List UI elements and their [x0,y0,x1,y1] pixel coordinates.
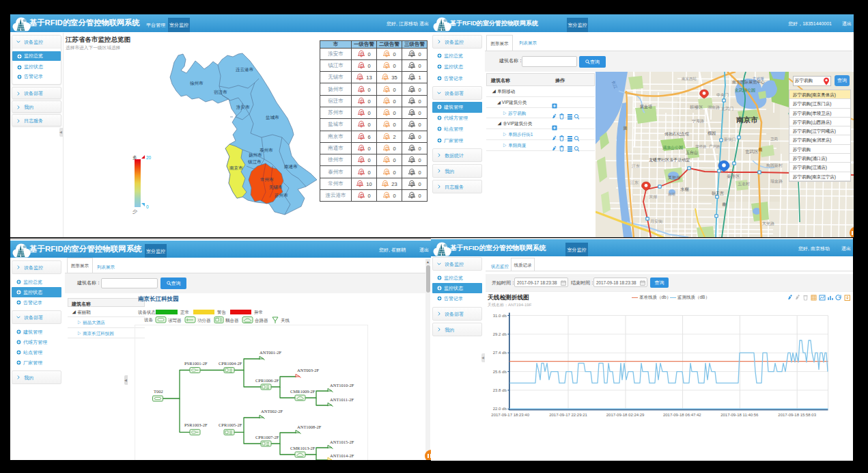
svg-text:莫愁湖: 莫愁湖 [668,176,680,180]
svg-text:2017-09-18 02:24:29: 2017-09-18 02:24:29 [606,413,645,417]
svg-text:紫金塔: 紫金塔 [639,104,652,109]
svg-text:CMR1009-2F: CMR1009-2F [290,389,316,394]
svg-text:2017-09-18 15:58:03: 2017-09-18 15:58:03 [778,413,816,417]
svg-text:江东: 江东 [630,180,639,185]
svg-text:南京西站: 南京西站 [682,77,697,81]
svg-text:读写器: 读写器 [168,318,182,323]
svg-text:CPR1006-2F: CPR1006-2F [255,378,279,383]
svg-text:天线: 天线 [281,318,290,323]
svg-text:22.0 db: 22.0 db [493,407,507,411]
svg-text:大光路: 大光路 [762,221,774,226]
svg-text:滨湖: 滨湖 [649,194,657,199]
svg-text:ANT1014-2F: ANT1014-2F [330,453,354,458]
svg-text:2017-09-17 22:29:21: 2017-09-17 22:29:21 [549,413,587,417]
svg-text:27.4 db: 27.4 db [493,351,507,355]
svg-text:25.6 db: 25.6 db [493,370,507,374]
svg-text:龙蟠里社区亲子活动室: 龙蟠里社区亲子活动室 [649,157,690,163]
svg-text:广州路: 广州路 [709,144,720,148]
svg-text:华侨路: 华侨路 [695,144,707,148]
svg-text:卫岗: 卫岗 [770,137,778,141]
svg-text:水榭: 水榭 [680,187,690,191]
svg-text:南通市: 南通市 [284,164,298,169]
svg-text:梅园新村: 梅园新村 [766,163,783,168]
svg-text:CPR1004-2F: CPR1004-2F [219,361,242,366]
svg-text:宿迁市: 宿迁市 [214,90,227,95]
svg-text:南京市: 南京市 [736,116,758,124]
svg-text:连云港市: 连云港市 [236,67,254,72]
svg-text:朝天宫: 朝天宫 [712,191,724,196]
svg-text:鼓楼区: 鼓楼区 [690,105,703,109]
svg-text:瑞金路: 瑞金路 [770,179,783,184]
svg-text:T002: T002 [154,389,163,394]
svg-text:ANT003-2F: ANT003-2F [297,368,320,373]
svg-text:2017-09-17 18:23:40: 2017-09-17 18:23:40 [491,413,529,417]
svg-text:宁海路: 宁海路 [692,118,704,124]
svg-text:玄武湖: 玄武湖 [753,77,764,81]
svg-text:徐州市: 徐州市 [190,81,204,86]
svg-text:榴园: 榴园 [708,131,716,136]
svg-text:淮安市: 淮安市 [236,105,250,110]
svg-text:五台山: 五台山 [686,150,698,155]
svg-text:ANT001-2F: ANT001-2F [260,350,282,355]
svg-text:玄武湖公园: 玄武湖公园 [735,87,755,93]
svg-text:ANT1010-2F: ANT1010-2F [330,383,354,388]
svg-text:玄武区: 玄武区 [745,149,759,154]
svg-text:无锡市: 无锡市 [269,185,283,190]
svg-text:苏州市: 苏州市 [274,193,288,198]
svg-text:功分器: 功分器 [197,318,211,323]
svg-text:镇江市: 镇江市 [247,159,262,165]
svg-text:ANT1015-2F: ANT1015-2F [330,440,354,444]
svg-text:CMR1013-2F: CMR1013-2F [290,446,316,450]
svg-text:清凉山公园: 清凉山公园 [662,145,683,150]
svg-text:合路器: 合路器 [255,318,268,323]
svg-text:玄武门: 玄武门 [721,106,733,111]
svg-text:23.8 db: 23.8 db [493,388,507,392]
svg-text:南京市: 南京市 [229,165,243,170]
svg-text:ANT1011-2F: ANT1011-2F [330,397,354,402]
svg-text:CPR1005-2F: CPR1005-2F [219,422,242,427]
svg-text:耦合器: 耦合器 [225,318,239,323]
svg-text:CPR1007-2F: CPR1007-2F [255,435,279,440]
svg-text:秦淮区: 秦淮区 [727,174,740,179]
svg-text:PSR1001-2F: PSR1001-2F [184,361,208,366]
svg-text:PSR1003-2F: PSR1003-2F [184,422,208,427]
svg-text:31.0 db: 31.0 db [493,314,507,318]
svg-text:常州市: 常州市 [260,177,274,182]
svg-text:2017-09-18 11:40:56: 2017-09-18 11:40:56 [720,413,759,417]
svg-text:新街口: 新街口 [724,137,736,142]
svg-text:南湖: 南湖 [668,192,675,196]
svg-text:傅抱石纪念馆: 傅抱石纪念馆 [664,131,689,137]
svg-text:中央门: 中央门 [716,92,729,97]
svg-text:泰州市: 泰州市 [260,148,273,153]
svg-text:五老村: 五老村 [738,182,750,187]
svg-text:ANT002-2F: ANT002-2F [261,409,283,414]
svg-text:29.2 db: 29.2 db [493,332,507,336]
svg-text:ANT1008-2F: ANT1008-2F [297,424,322,429]
svg-text:盐城市: 盐城市 [266,115,279,120]
svg-text:湖南路: 湖南路 [708,105,720,110]
svg-text:扬州市: 扬州市 [249,152,262,158]
svg-text:2017-09-18 06:47:42: 2017-09-18 06:47:42 [663,413,701,417]
svg-text:江东: 江东 [632,163,640,168]
svg-text:月安街: 月安街 [650,219,663,224]
